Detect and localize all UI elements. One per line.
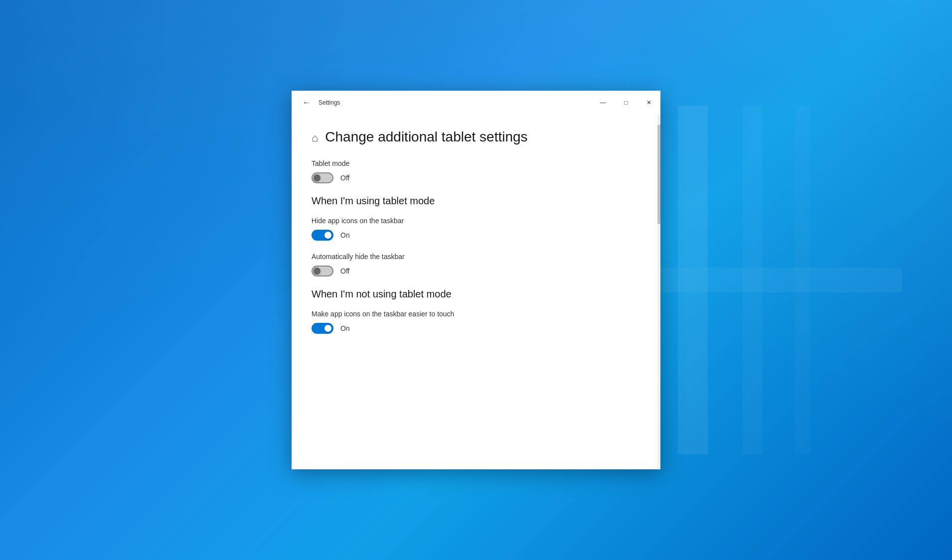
auto-hide-toggle[interactable]	[312, 266, 333, 277]
tablet-mode-toggle[interactable]	[312, 172, 333, 183]
settings-window: ← Settings — □ ✕ ⌂ Change additional tab…	[292, 91, 660, 469]
title-bar: ← Settings — □ ✕	[292, 91, 660, 115]
main-content: ⌂ Change additional tablet settings Tabl…	[292, 115, 660, 469]
hide-icons-group: Hide app icons on the taskbar On	[312, 217, 640, 241]
touch-icons-row: On	[312, 323, 640, 334]
touch-icons-status: On	[340, 324, 350, 332]
scrollbar-thumb	[657, 125, 660, 224]
window-controls: — □ ✕	[592, 91, 660, 115]
maximize-icon: □	[624, 99, 628, 106]
tablet-mode-group: Tablet mode Off	[312, 159, 640, 183]
section1-heading: When I'm using tablet mode	[312, 195, 640, 207]
auto-hide-label: Automatically hide the taskbar	[312, 253, 640, 261]
maximize-button[interactable]: □	[615, 91, 637, 115]
tablet-mode-label: Tablet mode	[312, 159, 640, 167]
auto-hide-status: Off	[340, 267, 349, 275]
page-header: ⌂ Change additional tablet settings	[312, 129, 640, 145]
page-title: Change additional tablet settings	[325, 129, 527, 145]
tablet-mode-status: Off	[340, 174, 349, 182]
auto-hide-knob	[314, 268, 320, 275]
hide-icons-status: On	[340, 231, 350, 239]
back-button[interactable]: ←	[299, 95, 315, 111]
scrollbar[interactable]	[657, 115, 660, 469]
close-button[interactable]: ✕	[637, 91, 660, 115]
touch-icons-group: Make app icons on the taskbar easier to …	[312, 310, 640, 334]
hide-icons-label: Hide app icons on the taskbar	[312, 217, 640, 225]
hide-icons-toggle[interactable]	[312, 230, 333, 241]
auto-hide-row: Off	[312, 266, 640, 277]
hide-icons-knob	[324, 232, 331, 239]
back-icon: ←	[303, 98, 311, 107]
touch-icons-knob	[324, 325, 331, 332]
section2-heading: When I'm not using tablet mode	[312, 288, 640, 300]
window-title: Settings	[315, 99, 592, 106]
home-icon: ⌂	[312, 132, 318, 144]
hide-icons-row: On	[312, 230, 640, 241]
touch-icons-label: Make app icons on the taskbar easier to …	[312, 310, 640, 318]
tablet-mode-row: Off	[312, 172, 640, 183]
close-icon: ✕	[646, 99, 651, 106]
touch-icons-toggle[interactable]	[312, 323, 333, 334]
minimize-icon: —	[600, 99, 606, 106]
auto-hide-group: Automatically hide the taskbar Off	[312, 253, 640, 277]
tablet-mode-knob	[314, 174, 320, 181]
minimize-button[interactable]: —	[592, 91, 615, 115]
